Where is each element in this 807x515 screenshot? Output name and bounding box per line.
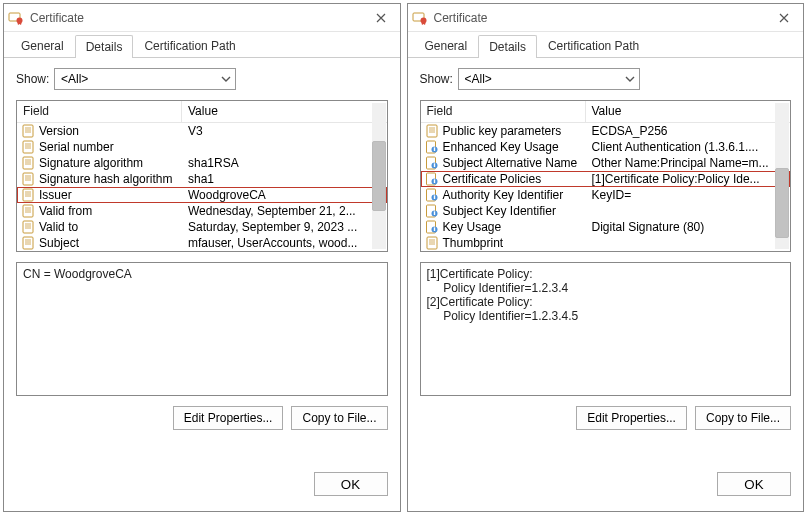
svg-rect-55	[433, 195, 434, 196]
list-row[interactable]: Serial number	[17, 139, 387, 155]
edit-properties-button[interactable]: Edit Properties...	[173, 406, 284, 430]
svg-rect-63	[433, 227, 434, 228]
tab-details[interactable]: Details	[478, 35, 537, 58]
svg-rect-18	[23, 189, 33, 201]
copy-to-file-button[interactable]: Copy to File...	[291, 406, 387, 430]
header-value[interactable]: Value	[586, 101, 791, 122]
field-value: Other Name:Principal Name=m...	[586, 155, 791, 171]
list-row[interactable]: Valid toSaturday, September 9, 2023 ...	[17, 219, 387, 235]
field-name: Signature algorithm	[39, 155, 143, 171]
tab-general[interactable]: General	[414, 34, 479, 57]
extension-icon	[425, 220, 439, 234]
field-value: KeyID=	[586, 187, 791, 203]
ok-button[interactable]: OK	[314, 472, 388, 496]
field-icon	[425, 124, 439, 138]
dialog-footer: OK	[4, 467, 400, 511]
tab-certification-path[interactable]: Certification Path	[537, 34, 650, 57]
detail-textarea[interactable]: [1]Certificate Policy: Policy Identifier…	[420, 262, 792, 396]
show-combobox[interactable]: <All>	[54, 68, 236, 90]
list-row[interactable]: Subject Alternative NameOther Name:Princ…	[421, 155, 791, 171]
close-button[interactable]	[769, 7, 799, 29]
field-name: Signature hash algorithm	[39, 171, 172, 187]
ok-button[interactable]: OK	[717, 472, 791, 496]
svg-rect-26	[23, 221, 33, 233]
list-row[interactable]: Signature hash algorithmsha1	[17, 171, 387, 187]
field-value: Digital Signature (80)	[586, 219, 791, 235]
list-row[interactable]: Subjectmfauser, UserAccounts, wood...	[17, 235, 387, 251]
svg-rect-10	[23, 157, 33, 169]
scroll-thumb[interactable]	[372, 141, 386, 211]
detail-textarea[interactable]: CN = WoodgroveCA	[16, 262, 388, 396]
tab-general[interactable]: General	[10, 34, 75, 57]
field-icon	[21, 204, 35, 218]
field-name: Key Usage	[443, 219, 502, 235]
list-row[interactable]: Signature algorithmsha1RSA	[17, 155, 387, 171]
field-name: Serial number	[39, 139, 114, 155]
scroll-thumb[interactable]	[775, 168, 789, 238]
list-row[interactable]: Valid fromWednesday, September 21, 2...	[17, 203, 387, 219]
list-header: Field Value	[17, 101, 387, 123]
list-row[interactable]: Key UsageDigital Signature (80)	[421, 219, 791, 235]
header-field[interactable]: Field	[17, 101, 182, 122]
field-name: Valid from	[39, 203, 92, 219]
field-name: Enhanced Key Usage	[443, 139, 559, 155]
certificate-dialog: Certificate General Details Certificatio…	[407, 3, 805, 512]
list-body: VersionV3Serial numberSignature algorith…	[17, 123, 387, 251]
fields-listbox[interactable]: Field Value Public key parametersECDSA_P…	[420, 100, 792, 252]
list-row[interactable]: IssuerWoodgroveCA	[17, 187, 387, 203]
list-row[interactable]: Thumbprint	[421, 235, 791, 251]
edit-properties-button[interactable]: Edit Properties...	[576, 406, 687, 430]
dialog-body: Show: <All> Field Value VersionV3Serial …	[4, 58, 400, 467]
field-name: Subject	[39, 235, 79, 251]
list-row[interactable]: Public key parametersECDSA_P256	[421, 123, 791, 139]
dialog-body: Show: <All> Field Value Public key param…	[408, 58, 804, 467]
field-icon	[21, 236, 35, 250]
field-value: sha1	[182, 171, 387, 187]
field-value: WoodgroveCA	[182, 187, 387, 203]
svg-rect-2	[23, 125, 33, 137]
header-value[interactable]: Value	[182, 101, 387, 122]
show-label: Show:	[420, 72, 458, 86]
field-icon	[21, 140, 35, 154]
scrollbar[interactable]	[372, 103, 386, 249]
header-field[interactable]: Field	[421, 101, 586, 122]
window-title: Certificate	[434, 11, 770, 25]
tab-certification-path[interactable]: Certification Path	[133, 34, 246, 57]
list-row[interactable]: Certificate Policies[1]Certificate Polic…	[421, 171, 791, 187]
svg-rect-58	[433, 212, 434, 215]
svg-rect-36	[427, 125, 437, 137]
scrollbar[interactable]	[775, 103, 789, 249]
svg-rect-54	[433, 196, 434, 199]
list-row[interactable]: Enhanced Key UsageClient Authentication …	[421, 139, 791, 155]
tab-details[interactable]: Details	[75, 35, 134, 58]
list-row[interactable]: Authority Key IdentifierKeyID=	[421, 187, 791, 203]
show-label: Show:	[16, 72, 54, 86]
list-row[interactable]: VersionV3	[17, 123, 387, 139]
show-combobox[interactable]: <All>	[458, 68, 640, 90]
field-value: Saturday, September 9, 2023 ...	[182, 219, 387, 235]
svg-rect-46	[433, 164, 434, 167]
svg-point-35	[420, 17, 426, 23]
extension-icon	[425, 188, 439, 202]
field-value: V3	[182, 123, 387, 139]
certificate-icon	[412, 10, 428, 26]
svg-rect-64	[427, 237, 437, 249]
fields-listbox[interactable]: Field Value VersionV3Serial numberSignat…	[16, 100, 388, 252]
buttons-row: Edit Properties... Copy to File...	[420, 406, 792, 430]
close-button[interactable]	[366, 7, 396, 29]
svg-rect-51	[433, 179, 434, 180]
field-name: Certificate Policies	[443, 171, 542, 187]
svg-rect-30	[23, 237, 33, 249]
extension-icon	[425, 172, 439, 186]
show-filter-row: Show: <All>	[420, 68, 792, 90]
copy-to-file-button[interactable]: Copy to File...	[695, 406, 791, 430]
field-name: Thumbprint	[443, 235, 504, 251]
list-row[interactable]: Subject Key Identifier	[421, 203, 791, 219]
svg-rect-14	[23, 173, 33, 185]
svg-point-1	[17, 17, 23, 23]
svg-rect-50	[433, 180, 434, 183]
show-filter-row: Show: <All>	[16, 68, 388, 90]
field-value: sha1RSA	[182, 155, 387, 171]
extension-icon	[425, 156, 439, 170]
field-name: Valid to	[39, 219, 78, 235]
